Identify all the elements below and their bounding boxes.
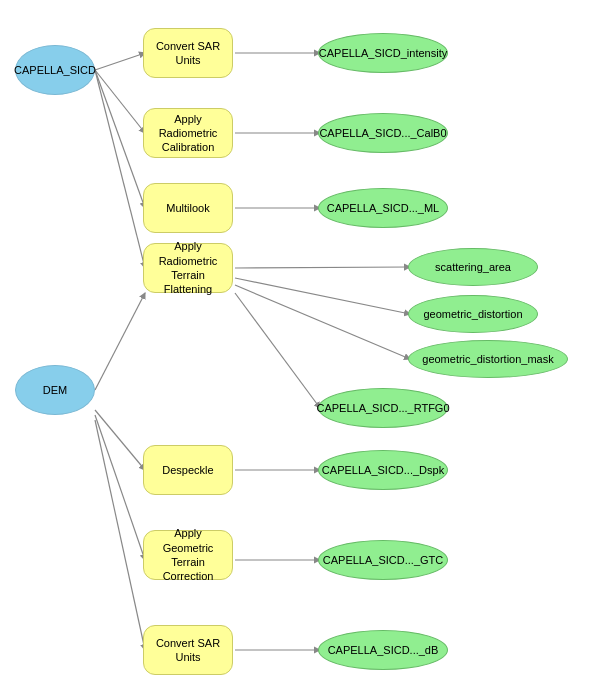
svg-line-3 [95,70,145,268]
out-db-node[interactable]: CAPELLA_SICD..._dB [318,630,448,670]
apply-radio-cal-node[interactable]: Apply Radiometric Calibration [143,108,233,158]
out-db-label: CAPELLA_SICD..._dB [328,644,439,656]
multilook-node[interactable]: Multilook [143,183,233,233]
convert-sar-2-label: Convert SAR Units [148,636,228,665]
svg-line-7 [235,267,410,268]
out-dspk-node[interactable]: CAPELLA_SICD..._Dspk [318,450,448,490]
convert-sar-1-label: Convert SAR Units [148,39,228,68]
out-geodist-label: geometric_distortion [423,308,522,320]
svg-line-1 [95,70,145,133]
out-calb0-label: CAPELLA_SICD..._CalB0 [319,127,446,139]
svg-line-10 [235,293,320,408]
out-gtc-node[interactable]: CAPELLA_SICD..._GTC [318,540,448,580]
svg-line-8 [235,278,410,314]
svg-line-9 [235,285,410,359]
svg-line-2 [95,70,145,208]
workflow-diagram: CAPELLA_SICD DEM Convert SAR Units Apply… [0,0,590,695]
svg-line-13 [95,415,145,560]
apply-radio-cal-label: Apply Radiometric Calibration [148,112,228,155]
apply-gtc-node[interactable]: Apply Geometric Terrain Correction [143,530,233,580]
out-gtc-label: CAPELLA_SICD..._GTC [323,554,443,566]
out-ml-label: CAPELLA_SICD..._ML [327,202,440,214]
capella-sicd-node[interactable]: CAPELLA_SICD [15,45,95,95]
out-geodist-mask-node[interactable]: geometric_distortion_mask [408,340,568,378]
svg-line-14 [95,420,145,650]
despeckle-label: Despeckle [162,463,213,477]
convert-sar-2-node[interactable]: Convert SAR Units [143,625,233,675]
apply-rtf-label: Apply Radiometric Terrain Flattening [148,239,228,296]
out-scattering-label: scattering_area [435,261,511,273]
apply-gtc-label: Apply Geometric Terrain Correction [148,526,228,583]
convert-sar-1-node[interactable]: Convert SAR Units [143,28,233,78]
multilook-label: Multilook [166,201,209,215]
out-ml-node[interactable]: CAPELLA_SICD..._ML [318,188,448,228]
capella-sicd-label: CAPELLA_SICD [14,64,96,76]
out-rtfg0-node[interactable]: CAPELLA_SICD..._RTFG0 [318,388,448,428]
out-dspk-label: CAPELLA_SICD..._Dspk [322,464,444,476]
despeckle-node[interactable]: Despeckle [143,445,233,495]
svg-line-12 [95,410,145,470]
out-calb0-node[interactable]: CAPELLA_SICD..._CalB0 [318,113,448,153]
svg-line-11 [95,293,145,390]
out-geodist-mask-label: geometric_distortion_mask [422,353,553,365]
out-intensity-node[interactable]: CAPELLA_SICD_intensity [318,33,448,73]
out-geodist-node[interactable]: geometric_distortion [408,295,538,333]
out-scattering-node[interactable]: scattering_area [408,248,538,286]
apply-rtf-node[interactable]: Apply Radiometric Terrain Flattening [143,243,233,293]
out-intensity-label: CAPELLA_SICD_intensity [319,47,447,59]
svg-line-0 [95,53,145,70]
dem-label: DEM [43,384,67,396]
dem-node[interactable]: DEM [15,365,95,415]
out-rtfg0-label: CAPELLA_SICD..._RTFG0 [316,402,449,414]
